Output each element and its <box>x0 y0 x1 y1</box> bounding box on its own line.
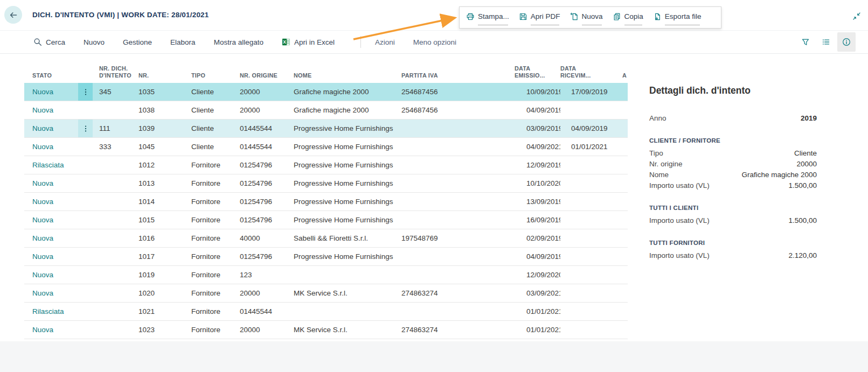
cell-tipo: Fornitore <box>183 229 234 247</box>
declarations-table: STATONR. DICH. D'INTENTONR.TIPONR. ORIGI… <box>24 54 628 339</box>
cmd-item-cerca[interactable]: Cerca <box>33 38 65 46</box>
column-header-nr[interactable]: NR. <box>132 54 183 83</box>
cell-text: 04/09/2019 <box>571 124 608 132</box>
table-row[interactable]: Nuova1016Fornitore40000Sabelli && Fioret… <box>24 229 628 248</box>
table-row[interactable]: Nuova1019Fornitore12312/09/2020 <box>24 266 628 284</box>
cell-nr_origine: 01254796 <box>234 156 291 174</box>
popup-item-apri-pdf[interactable]: Apri PDF <box>518 6 561 29</box>
cell-text: 01445544 <box>240 307 272 315</box>
row-menu-button[interactable] <box>78 83 93 101</box>
cell-tipo: Fornitore <box>183 156 234 174</box>
cmd-item-gestione[interactable]: Gestione <box>123 38 152 46</box>
cell-a <box>622 120 628 137</box>
field-label: Importo usato (VL) <box>649 216 710 224</box>
status-link[interactable]: Nuova <box>32 106 53 114</box>
cell-data_emissione: 13/09/2019 <box>506 193 560 210</box>
cell-text: 01/01/2021 <box>526 307 560 315</box>
cell-text: 12/09/2020 <box>526 271 560 279</box>
status-link[interactable]: Nuova <box>32 88 53 96</box>
cmd-item-elabora[interactable]: Elabora <box>170 38 196 46</box>
cmd-item-azioni[interactable]: Azioni <box>375 38 395 46</box>
column-header-nr-origine[interactable]: NR. ORIGINE <box>234 54 291 83</box>
cmd-item-apri-in-excel[interactable]: XApri in Excel <box>282 38 335 46</box>
collapse-button[interactable] <box>850 10 863 23</box>
cell-tipo: Cliente <box>183 120 234 137</box>
save-icon <box>519 12 527 21</box>
cell-menu <box>78 284 93 302</box>
status-link[interactable]: Nuova <box>32 216 53 224</box>
cell-text: 12/09/2019 <box>526 161 560 169</box>
cmd-item-nuovo[interactable]: Nuovo <box>84 38 105 46</box>
popup-item-copia[interactable]: Copia <box>612 6 644 29</box>
back-button[interactable] <box>4 6 22 24</box>
command-bar-divider <box>360 36 361 48</box>
cell-tipo: Fornitore <box>183 211 234 229</box>
table-row[interactable]: Nuova1023Fornitore20000MK Service S.r.l.… <box>24 321 628 339</box>
column-header-stato[interactable]: STATO <box>24 54 78 83</box>
status-link[interactable]: Nuova <box>32 289 53 297</box>
cmd-item-meno-opzioni[interactable]: Meno opzioni <box>413 38 456 46</box>
field-label: Nome <box>649 171 669 179</box>
cell-nome <box>291 266 399 284</box>
table-row[interactable]: Nuova3451035Cliente20000Grafiche magiche… <box>24 83 628 101</box>
cell-text: 04/09/2021 <box>526 143 560 151</box>
status-link[interactable]: Rilasciata <box>32 307 64 315</box>
cmd-item-mostra-allegato[interactable]: Mostra allegato <box>214 38 263 46</box>
status-link[interactable]: Nuova <box>32 198 53 206</box>
table-row[interactable]: Nuova1017Fornitore01254796Progressive Ho… <box>24 248 628 266</box>
popup-item-stampa[interactable]: Stampa... <box>465 6 510 29</box>
cell-stato: Rilasciata <box>24 303 78 320</box>
table-row[interactable]: Nuova3331045Cliente01445544Progressive H… <box>24 138 628 156</box>
table-row[interactable]: Nuova1014Fornitore01254796Progressive Ho… <box>24 193 628 211</box>
cell-text: 04/09/2019 <box>526 106 560 114</box>
table-row[interactable]: Nuova1015Fornitore01254796Progressive Ho… <box>24 211 628 229</box>
status-link[interactable]: Nuova <box>32 271 53 279</box>
factbox-field: TipoCliente <box>649 148 817 158</box>
column-header-data-emissio[interactable]: DATA EMISSIO... <box>506 54 560 83</box>
status-link[interactable]: Nuova <box>32 252 53 261</box>
table-row[interactable]: Nuova1013Fornitore01254796Progressive Ho… <box>24 174 628 193</box>
svg-text:X: X <box>283 39 286 45</box>
cell-text: 20000 <box>240 289 260 297</box>
cell-data_emissione: 04/09/2019 <box>506 248 560 265</box>
cell-menu <box>78 211 93 229</box>
status-link[interactable]: Nuova <box>32 179 53 187</box>
cell-text: 1020 <box>138 289 155 297</box>
cell-text: 01/01/2021 <box>571 143 608 151</box>
table-row[interactable]: Rilasciata1021Fornitore0144554401/01/202… <box>24 303 628 321</box>
cell-partita_iva <box>399 174 506 192</box>
list-button[interactable] <box>817 32 835 52</box>
column-header-tipo[interactable]: TIPO <box>183 54 234 83</box>
cell-tipo: Fornitore <box>183 321 234 339</box>
status-link[interactable]: Nuova <box>32 124 53 132</box>
cell-text: Fornitore <box>191 161 220 169</box>
cell-nr_origine: 01254796 <box>234 248 291 265</box>
table-row[interactable]: Rilasciata1012Fornitore01254796Progressi… <box>24 156 628 174</box>
status-link[interactable]: Nuova <box>32 143 53 151</box>
cell-stato: Nuova <box>24 193 78 210</box>
filter-button[interactable] <box>796 32 815 52</box>
column-header-nome[interactable]: NOME <box>291 54 399 83</box>
field-value: 1.500,00 <box>788 216 817 224</box>
cell-data_ricevimento <box>560 321 622 339</box>
cell-text: 1039 <box>138 124 155 132</box>
row-menu-button[interactable] <box>78 120 93 137</box>
popup-item-esporta-file[interactable]: Esporta file <box>652 6 703 29</box>
cell-data_emissione: 01/01/2021 <box>506 303 560 320</box>
status-link[interactable]: Nuova <box>32 326 53 334</box>
cmd-item-label: Azioni <box>375 38 395 46</box>
table-row[interactable]: Nuova1038Cliente20000Grafiche magiche 20… <box>24 101 628 120</box>
column-header-partita-iva[interactable]: PARTITA IVA <box>399 54 506 83</box>
popup-item-nuova[interactable]: Nuova <box>569 6 604 29</box>
table-row[interactable]: Nuova1111039Cliente01445544Progressive H… <box>24 120 628 138</box>
table-row[interactable]: Nuova1020Fornitore20000MK Service S.r.l.… <box>24 284 628 303</box>
factbox-section-tutti-i-clienti: TUTTI I CLIENTIImporto usato (VL)1.500,0… <box>649 205 817 226</box>
status-link[interactable]: Nuova <box>32 234 53 242</box>
column-header-data-ricevim[interactable]: DATA RICEVIM... <box>560 54 622 83</box>
column-header-nr-dich-d-intento[interactable]: NR. DICH. D'INTENTO <box>93 54 132 83</box>
status-link[interactable]: Rilasciata <box>32 161 64 169</box>
cell-nr_origine: 20000 <box>234 321 291 339</box>
info-button[interactable] <box>837 32 856 52</box>
cell-a <box>622 174 628 192</box>
column-header-a[interactable]: A <box>622 54 628 83</box>
